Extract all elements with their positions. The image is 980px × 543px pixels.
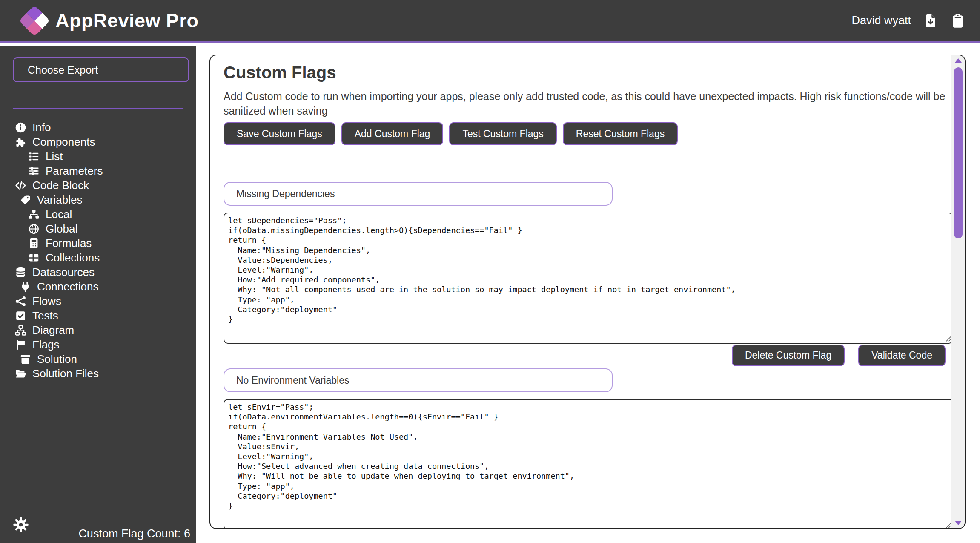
page-title: Custom Flags — [224, 63, 965, 82]
sidebar-item-label: Variables — [37, 193, 82, 207]
add-custom-flag-button[interactable]: Add Custom Flag — [341, 122, 444, 145]
reset-custom-flags-button[interactable]: Reset Custom Flags — [563, 122, 678, 145]
sidebar-item-parameters[interactable]: Parameters — [0, 164, 196, 178]
sidebar-item-solution-files[interactable]: Solution Files — [0, 366, 196, 381]
sidebar-item-label: Flags — [32, 338, 60, 351]
box-icon — [19, 353, 32, 365]
flags-list: Delete Custom Flag Validate Code Delete … — [224, 182, 965, 529]
sidebar-item-label: Flows — [32, 295, 61, 308]
sidebar-item-tests[interactable]: Tests — [0, 308, 196, 323]
sidebar-nav: Info Components List Parameters Code Blo… — [0, 120, 196, 381]
sidebar-item-label: Collections — [46, 251, 100, 264]
app-header: AppReview Pro David wyatt — [0, 0, 980, 43]
sidebar-item-global[interactable]: Global — [0, 221, 196, 236]
page-description: Add Custom code to run when importing yo… — [224, 89, 947, 118]
sidebar-item-label: Components — [32, 135, 95, 149]
sidebar-item-label: Tests — [32, 309, 58, 322]
sliders-icon — [27, 164, 40, 177]
sidebar-item-label: Connections — [37, 280, 99, 293]
choose-export-select[interactable]: Choose Export — [13, 57, 189, 82]
puzzle-icon — [14, 135, 27, 148]
app-logo-icon — [20, 6, 49, 36]
sidebar-item-label: Parameters — [46, 164, 103, 178]
flow-icon — [14, 295, 27, 307]
custom-flag-section-missing-dependencies: Delete Custom Flag Validate Code — [224, 182, 965, 366]
app-title: AppReview Pro — [55, 10, 199, 32]
flags-toolbar: Save Custom Flags Add Custom Flag Test C… — [224, 122, 965, 145]
sidebar-item-label: Formulas — [46, 237, 92, 250]
custom-flag-section-no-environment-variables: Delete Custom Flag Validate Code — [224, 368, 965, 529]
sidebar-item-info[interactable]: Info — [0, 120, 196, 135]
scroll-down-arrow-icon[interactable] — [955, 521, 962, 525]
sidebar-item-label: List — [46, 150, 63, 163]
save-custom-flags-button[interactable]: Save Custom Flags — [224, 122, 335, 145]
validate-code-button[interactable]: Validate Code — [858, 345, 946, 366]
sidebar-item-connections[interactable]: Connections — [0, 279, 196, 294]
sidebar-item-label: Global — [46, 222, 77, 236]
flag-name-input[interactable] — [224, 368, 613, 392]
sidebar-item-code-block[interactable]: Code Block — [0, 178, 196, 192]
settings-gear-icon[interactable] — [13, 517, 29, 533]
custom-flags-panel: Custom Flags Add Custom code to run when… — [209, 55, 966, 529]
sidebar-item-formulas[interactable]: Formulas — [0, 236, 196, 250]
sidebar-item-solution[interactable]: Solution — [0, 352, 196, 366]
check-square-icon — [14, 309, 27, 322]
sidebar-item-components[interactable]: Components — [0, 135, 196, 149]
plug-icon — [19, 280, 32, 293]
sidebar-item-flows[interactable]: Flows — [0, 294, 196, 308]
calculator-icon — [27, 237, 40, 250]
diagram-icon — [14, 324, 27, 336]
flag-icon — [14, 338, 27, 351]
code-icon — [14, 179, 27, 192]
sidebar-item-label: Info — [32, 121, 51, 134]
tag-icon — [19, 193, 32, 206]
sidebar: Choose Export Info Components List Param… — [0, 46, 196, 543]
flag-code-textarea[interactable] — [224, 399, 953, 529]
globe-icon — [27, 222, 40, 235]
sitemap-icon — [27, 208, 40, 221]
sidebar-item-label: Solution Files — [32, 367, 99, 380]
scrollbar-thumb[interactable] — [954, 67, 963, 238]
list-icon — [27, 150, 40, 163]
scroll-up-arrow-icon[interactable] — [955, 58, 962, 63]
sidebar-item-list[interactable]: List — [0, 149, 196, 164]
sidebar-item-label: Datasources — [32, 266, 95, 279]
sidebar-divider — [13, 108, 183, 109]
file-download-icon[interactable] — [923, 13, 938, 29]
sidebar-item-label: Local — [46, 208, 72, 221]
test-custom-flags-button[interactable]: Test Custom Flags — [449, 122, 556, 145]
sidebar-item-label: Diagram — [32, 324, 74, 337]
flag-code-textarea[interactable] — [224, 213, 953, 344]
sidebar-item-diagram[interactable]: Diagram — [0, 323, 196, 337]
database-icon — [14, 266, 27, 279]
delete-custom-flag-button[interactable]: Delete Custom Flag — [732, 345, 845, 366]
sidebar-item-collections[interactable]: Collections — [0, 250, 196, 265]
folder-icon — [14, 367, 27, 380]
panel-scrollbar[interactable] — [951, 55, 965, 528]
sidebar-item-label: Code Block — [32, 179, 89, 192]
sidebar-item-datasources[interactable]: Datasources — [0, 265, 196, 279]
sidebar-item-variables[interactable]: Variables — [0, 192, 196, 207]
clipboard-icon[interactable] — [950, 13, 966, 29]
table-icon — [27, 251, 40, 264]
sidebar-item-local[interactable]: Local — [0, 207, 196, 221]
sidebar-item-flags[interactable]: Flags — [0, 337, 196, 352]
info-icon — [14, 121, 27, 134]
custom-flag-count: Custom Flag Count: 6 — [78, 527, 190, 540]
sidebar-item-label: Solution — [37, 353, 77, 366]
user-name: David wyatt — [851, 14, 911, 27]
flag-name-input[interactable] — [224, 182, 613, 206]
